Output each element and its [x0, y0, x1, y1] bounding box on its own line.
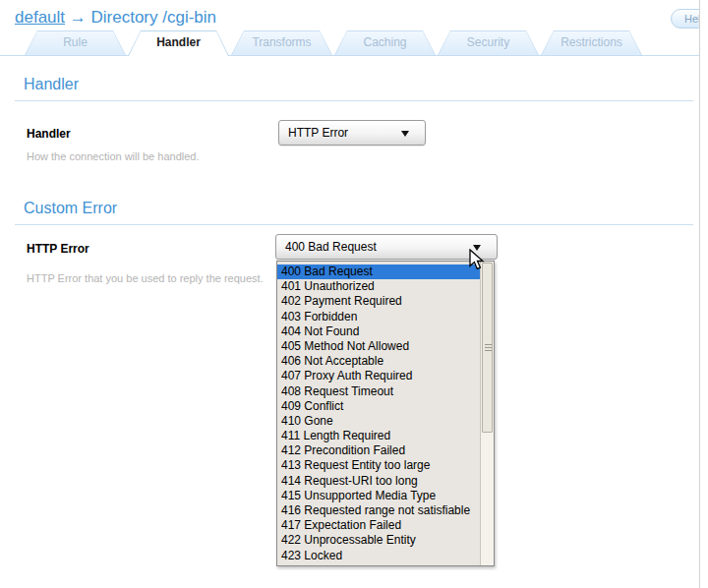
breadcrumb-separator: →: [70, 8, 87, 27]
dropdown-option[interactable]: 405 Method Not Allowed: [277, 339, 480, 354]
tab-security-label: Security: [438, 30, 539, 55]
dropdown-option[interactable]: 412 Precondition Failed: [277, 443, 480, 458]
chevron-down-icon: [401, 131, 409, 137]
handler-field-description: How the connection will be handled.: [27, 150, 200, 162]
dropdown-scrollbar[interactable]: [480, 262, 494, 565]
dropdown-option[interactable]: 402 Payment Required: [277, 294, 480, 309]
http-error-field-label: HTTP Error: [27, 242, 89, 256]
tab-transforms[interactable]: Transforms: [231, 30, 332, 55]
handler-select[interactable]: HTTP Error: [278, 120, 426, 146]
dropdown-option[interactable]: 406 Not Acceptable: [277, 354, 480, 369]
tab-caching[interactable]: Caching: [334, 30, 436, 55]
dropdown-option[interactable]: 410 Gone: [277, 414, 480, 429]
dropdown-option[interactable]: 416 Requested range not satisfiable: [277, 503, 480, 518]
dropdown-option[interactable]: 407 Proxy Auth Required: [277, 369, 480, 383]
breadcrumb-link-default[interactable]: default: [15, 8, 65, 27]
breadcrumb: default → Directory /cgi-bin: [15, 8, 216, 28]
chevron-down-icon: [473, 245, 481, 251]
dropdown-option[interactable]: 404 Not Found: [277, 324, 480, 339]
help-button[interactable]: Help: [671, 9, 700, 29]
breadcrumb-current: Directory /cgi-bin: [91, 8, 217, 27]
dropdown-option[interactable]: 401 Unauthorized: [277, 279, 480, 294]
tab-caching-label: Caching: [334, 30, 436, 55]
dropdown-option[interactable]: 415 Unsupported Media Type: [277, 489, 480, 503]
tab-bar: Rule Handler Transforms Caching Security…: [0, 30, 700, 56]
tab-handler[interactable]: Handler: [128, 30, 229, 56]
tab-restrictions[interactable]: Restrictions: [541, 30, 642, 55]
tab-restrictions-label: Restrictions: [541, 30, 642, 55]
tab-handler-label: Handler: [128, 30, 229, 54]
dropdown-option[interactable]: 409 Conflict: [277, 399, 480, 414]
page: default → Directory /cgi-bin Help Rule H…: [0, 0, 700, 588]
scrollbar-grip-icon: [485, 344, 492, 352]
http-error-field-description: HTTP Error that you be used to reply the…: [27, 272, 264, 284]
tab-security[interactable]: Security: [438, 30, 539, 55]
dropdown-option[interactable]: 423 Locked: [277, 549, 480, 563]
dropdown-option[interactable]: 403 Forbidden: [277, 310, 480, 324]
dropdown-option[interactable]: 422 Unprocessable Entity: [277, 533, 480, 548]
dropdown-option[interactable]: 400 Bad Request: [277, 265, 480, 279]
custom-error-section-title: Custom Error: [24, 200, 117, 217]
custom-error-section-divider: [15, 224, 693, 225]
dropdown-option[interactable]: 411 Length Required: [277, 429, 480, 443]
dropdown-option[interactable]: 413 Request Entity too large: [277, 458, 480, 473]
handler-section-divider: [15, 100, 693, 101]
handler-select-value: HTTP Error: [288, 126, 348, 140]
tab-rule[interactable]: Rule: [25, 30, 126, 55]
http-error-select-value: 400 Bad Request: [285, 240, 377, 254]
dropdown-option[interactable]: 417 Expectation Failed: [277, 518, 480, 533]
dropdown-option[interactable]: 414 Request-URI too long: [277, 474, 480, 489]
http-error-listbox: 400 Bad Request401 Unauthorized402 Payme…: [276, 261, 495, 566]
tab-rule-label: Rule: [25, 30, 126, 55]
scrollbar-thumb[interactable]: [482, 263, 493, 433]
dropdown-option[interactable]: 408 Request Timeout: [277, 384, 480, 399]
http-error-select[interactable]: 400 Bad Request: [275, 234, 498, 260]
handler-field-label: Handler: [27, 127, 71, 141]
tab-transforms-label: Transforms: [231, 30, 332, 55]
handler-section-title: Handler: [24, 76, 79, 93]
